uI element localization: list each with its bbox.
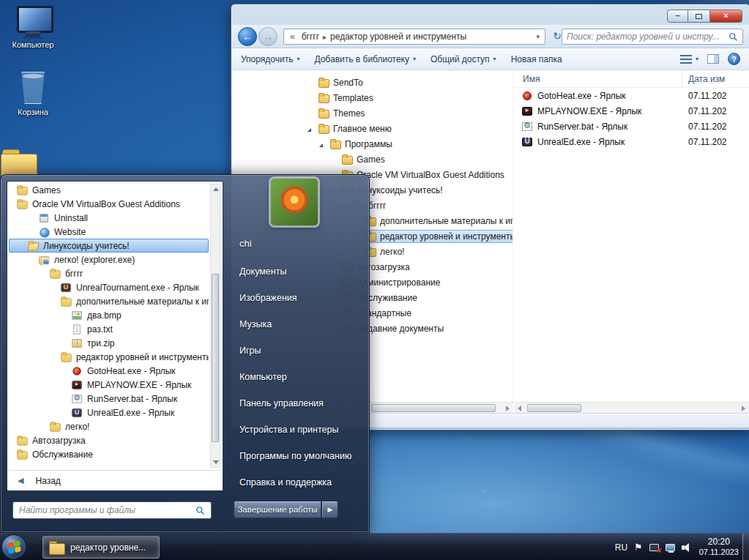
program-item[interactable]: легко! [9, 419, 209, 433]
breadcrumb-item[interactable]: бгггг [298, 31, 323, 42]
program-item-icon [16, 449, 27, 460]
scrollbar-thumb[interactable] [527, 404, 581, 412]
preview-pane-button[interactable] [707, 54, 719, 64]
organize-label: Упорядочить [241, 54, 293, 64]
shutdown-button[interactable]: Завершение работы [234, 501, 321, 518]
expander-icon[interactable] [308, 124, 316, 134]
back-menu-item[interactable]: ◀ Назад [7, 470, 223, 490]
program-item[interactable]: Автозагрузка [9, 433, 209, 447]
program-item[interactable]: UnrealEd.exe - Ярлык [9, 406, 209, 419]
scroll-down-icon[interactable] [213, 460, 219, 464]
program-item[interactable]: Uninstall [9, 211, 209, 225]
scroll-right-icon[interactable] [742, 406, 745, 411]
maximize-button[interactable] [688, 10, 709, 23]
program-item[interactable]: бгггг [9, 266, 209, 280]
share-button[interactable]: Общий доступ▾ [431, 54, 496, 64]
user-avatar[interactable] [271, 179, 318, 225]
add-to-library-button[interactable]: Добавить в библиотеку▾ [314, 54, 416, 64]
view-list-icon [680, 55, 692, 64]
file-row[interactable]: UnrealEd.exe - Ярлык 07.11.202 [514, 134, 749, 149]
organize-button[interactable]: Упорядочить▾ [241, 54, 299, 64]
start-menu-link[interactable]: Панель управления [239, 398, 363, 413]
expander-icon[interactable] [319, 139, 328, 149]
program-item[interactable]: легко! (explorer.exe) [9, 253, 209, 266]
start-menu-link[interactable]: Игры [239, 346, 363, 360]
program-item[interactable]: два.bmp [9, 308, 209, 322]
program-item[interactable]: три.zip [9, 336, 209, 350]
tree-item-label: Главное меню [333, 124, 392, 134]
program-item[interactable]: MPLAYNOW.EXE - Ярлык [9, 378, 209, 392]
breadcrumb-item[interactable]: редактор уровней и инструменты [327, 31, 470, 42]
taskbar-button-explorer[interactable]: редактор уровне... [42, 536, 160, 559]
scrollbar-thumb[interactable] [212, 274, 219, 442]
column-header-name[interactable]: Имя [514, 70, 682, 87]
start-menu-link[interactable]: Программы по умолчанию [239, 451, 363, 466]
tree-item[interactable]: Games [232, 152, 513, 167]
program-item[interactable]: RunServer.bat - Ярлык [9, 392, 209, 406]
column-header-date[interactable]: Дата изм [682, 74, 725, 84]
address-dropdown-icon[interactable]: ▾ [534, 33, 542, 40]
desktop-icon-folder[interactable] [0, 149, 38, 177]
volume-icon[interactable] [682, 543, 693, 552]
program-item[interactable]: редактор уровней и инструменты [9, 350, 209, 364]
tree-item[interactable]: Главное меню [232, 121, 513, 136]
search-input[interactable] [567, 31, 728, 42]
change-view-button[interactable]: ▾ [680, 55, 698, 64]
start-menu-link[interactable]: Изображения [239, 293, 363, 307]
start-search-input[interactable] [19, 505, 195, 515]
program-item-icon [49, 268, 60, 279]
desktop-icon-recycle-bin[interactable]: Корзина [6, 72, 60, 116]
minimize-button[interactable]: – [667, 10, 688, 23]
start-menu-link[interactable]: Справка и поддержка [239, 477, 363, 492]
scroll-left-icon[interactable] [518, 406, 521, 411]
language-indicator[interactable]: RU [615, 542, 627, 553]
all-programs-tree[interactable]: Games Oracle VM VirtualBox Guest Additio… [9, 183, 209, 468]
tree-item[interactable]: Программы [232, 136, 513, 152]
display-tray-icon[interactable] [666, 544, 675, 551]
program-item[interactable]: Обслуживание [9, 447, 209, 461]
show-desktop-button[interactable] [742, 534, 749, 560]
network-error-icon[interactable] [649, 544, 659, 551]
new-folder-button[interactable]: Новая папка [511, 54, 562, 64]
forward-button[interactable]: → [258, 27, 277, 46]
action-center-flag-icon[interactable]: ⚑ [634, 542, 643, 553]
tree-item[interactable]: SendTo [232, 75, 513, 90]
start-menu-link[interactable]: Компьютер [239, 372, 363, 387]
program-item-icon [71, 324, 82, 335]
programs-scrollbar[interactable] [210, 184, 220, 468]
start-button[interactable] [1, 534, 26, 559]
breadcrumb-overflow-chevrons[interactable]: « [287, 31, 298, 42]
help-button[interactable]: ? [728, 53, 740, 65]
program-item[interactable]: дополнительные материалы к игре [9, 294, 209, 308]
back-button[interactable]: ← [238, 27, 257, 46]
scroll-up-icon[interactable] [213, 187, 219, 191]
file-row[interactable]: MPLAYNOW.EXE - Ярлык 07.11.202 [514, 103, 749, 119]
file-icon [521, 105, 533, 117]
program-item[interactable]: Games [9, 183, 209, 197]
program-item[interactable]: раз.txt [9, 322, 209, 336]
close-button[interactable]: × [709, 10, 742, 23]
program-item-icon [27, 240, 38, 251]
scrollbar-thumb[interactable] [371, 404, 496, 412]
program-item[interactable]: Website [9, 225, 209, 239]
program-item[interactable]: GotoHeat.exe - Ярлык [9, 364, 209, 378]
list-horizontal-scrollbar[interactable] [514, 402, 749, 413]
program-item[interactable]: Oracle VM VirtualBox Guest Additions [9, 197, 209, 211]
desktop-icon-computer[interactable]: Компьютер [6, 6, 60, 49]
user-name[interactable]: chi [239, 238, 252, 249]
program-item-icon [16, 198, 27, 209]
file-row[interactable]: GotoHeat.exe - Ярлык 07.11.202 [514, 88, 749, 103]
file-row[interactable]: RunServer.bat - Ярлык 07.11.202 [514, 119, 749, 134]
start-menu-link[interactable]: Документы [239, 266, 363, 281]
tree-item[interactable]: Templates [232, 90, 513, 105]
tree-item[interactable]: Themes [232, 105, 513, 121]
start-menu-links: Документы Изображения Музыка Игры Компью… [239, 266, 363, 504]
address-bar[interactable]: « бгггг ▸ редактор уровней и инструменты… [283, 29, 545, 45]
start-menu-link[interactable]: Музыка [239, 319, 363, 334]
shutdown-options-button[interactable]: ▶ [322, 501, 338, 518]
program-item[interactable]: Линуксоиды учитесь! [9, 239, 209, 253]
scroll-right-icon[interactable] [506, 406, 510, 411]
start-menu-link[interactable]: Устройства и принтеры [239, 425, 363, 439]
tray-clock[interactable]: 20:20 07.11.2023 [699, 537, 739, 558]
program-item[interactable]: UnrealTournament.exe - Ярлык [9, 280, 209, 294]
